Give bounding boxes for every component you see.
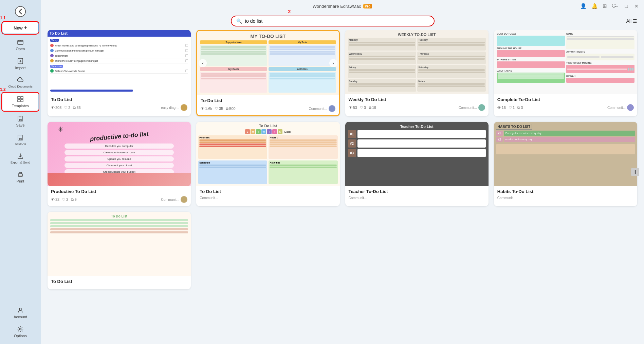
card-thumbnail-teacher: Teacher To-Do List #1 #2 #3 [345, 122, 489, 186]
card-title-teacher: Teacher To-Do List [349, 189, 485, 194]
card-title-colorful: To Do List [200, 189, 336, 194]
productive-item-1: Declutter you computer [65, 144, 174, 149]
card-complete[interactable]: Must Do Today Around the House If There'… [494, 30, 637, 116]
card-title-complete: Complete To-Do List [497, 97, 634, 102]
card-nav-right[interactable]: › [329, 59, 337, 67]
sidebar-item-save[interactable]: Save [2, 112, 39, 130]
filter-button[interactable]: All ☰ [626, 18, 637, 24]
sidebar-item-account[interactable]: Account [2, 304, 39, 322]
teacher-row-2: #2 [348, 139, 486, 148]
search-box: 🔍 [231, 16, 435, 26]
author-my-todo: Communit... [309, 107, 327, 111]
priorities-label: Priorities [199, 136, 266, 139]
card-stats-productive: 👁 32 ♡ 2 ⧉ 9 [51, 197, 77, 202]
svg-point-0 [15, 6, 25, 17]
new-label: New [14, 25, 23, 31]
back-button[interactable] [0, 3, 41, 20]
import-label: Import [15, 66, 25, 70]
card-nav-left[interactable]: ‹ [199, 59, 207, 67]
card-my-todo[interactable]: MY TO-DO LIST Top prior Now [196, 30, 339, 116]
card-stats-my-todo: 👁 1.6k ♡ 35 ⧉ 500 [201, 107, 235, 111]
card-teacher[interactable]: Teacher To-Do List #1 #2 #3 [345, 122, 489, 206]
minimize-button[interactable]: ─ [613, 3, 620, 9]
date-label: Date: [284, 129, 291, 134]
svg-point-13 [20, 328, 21, 330]
scroll-top-button[interactable]: ⬆ [631, 168, 639, 176]
annotation-11: 1.1 [0, 16, 6, 20]
card-colorful[interactable]: To Do List S M T W T F S Date: [196, 122, 339, 206]
grid-icon[interactable]: ⊞ [603, 3, 607, 9]
close-button[interactable]: ✕ [633, 3, 640, 9]
card-thumbnail-habits: HABiTS TO-DO LIST #1 Do regular exercise… [494, 122, 637, 186]
habits-row-1: #1 Do regular exercise every day [496, 131, 635, 136]
day-f: F [272, 129, 277, 134]
sidebar-item-print[interactable]: Print [2, 168, 39, 186]
sidebar-item-templates[interactable]: Templates [2, 93, 39, 111]
day-s1: S [245, 129, 250, 134]
card-productive[interactable]: ✳ productive to-do list Declutter you co… [48, 122, 191, 206]
teacher-line-2 [357, 139, 486, 148]
notes-label: Notes : [270, 136, 336, 139]
templates-grid-container: To Do List Today Finish movies and go sh… [41, 30, 644, 344]
teacher-row-1: #1 [348, 130, 486, 138]
new-button[interactable]: New + [2, 22, 39, 34]
habits-num-1: #1 [496, 131, 503, 136]
filter-menu-icon: ☰ [633, 18, 637, 24]
card-small-todo[interactable]: To Do List To Do List [48, 212, 191, 289]
card-info-complete: Complete To-Do List 👁 16 ♡ 1 ⧉ 3 Communi… [494, 94, 637, 116]
annotation-12: 1.2 [0, 87, 6, 92]
card-meta-productive: 👁 32 ♡ 2 ⧉ 9 Communit... [51, 196, 187, 203]
card-thumbnail-todo: To Do List Today Finish movies and go sh… [48, 30, 191, 94]
day-t2: T [267, 129, 272, 134]
stat-copies: ⧉ 36 [73, 106, 80, 110]
card-meta-colorful: Communit... [200, 196, 336, 200]
card-title-habits: Habits To-Do List [497, 189, 634, 194]
sidebar-item-import[interactable]: Import [2, 55, 39, 73]
card-weekly[interactable]: WEEKLY TO-DO LIST Monday Tuesday Wednesd… [345, 30, 489, 116]
card-info-my-todo: To-Do List 👁 1.6k ♡ 35 ⧉ 500 Communit... [197, 95, 338, 115]
stat-views-my-todo: 👁 1.6k [201, 107, 212, 111]
schedule-label: Schedule [199, 161, 266, 164]
card-meta-habits: Communit... [497, 196, 634, 200]
app-title: Wondershare EdrawMax [313, 4, 361, 9]
maximize-button[interactable]: □ [623, 3, 630, 9]
search-input[interactable] [245, 18, 429, 24]
stat-views: 👁 203 [51, 106, 61, 110]
card-stats-todo: 👁 203 ♡ 2 ⧉ 36 [51, 106, 81, 110]
card-title-my-todo: To-Do List [201, 98, 335, 103]
day-s2: S [278, 129, 282, 134]
card-thumbnail-productive: ✳ productive to-do list Declutter you co… [48, 122, 191, 186]
profile-icon[interactable]: 👤 [580, 3, 587, 9]
teacher-line-1 [357, 130, 486, 138]
card-habits[interactable]: HABiTS TO-DO LIST #1 Do regular exercise… [494, 122, 637, 206]
app-title-area: Wondershare EdrawMax Pro [313, 4, 372, 9]
scroll-top-area: ⬆ [631, 168, 639, 176]
card-thumbnail-complete: Must Do Today Around the House If There'… [494, 30, 637, 94]
teacher-row-3: #3 [348, 149, 486, 157]
avatar-complete [627, 104, 634, 111]
titlebar: Wondershare EdrawMax Pro 👤 🔔 ⊞ 🛡 ─ □ ✕ [41, 0, 644, 12]
colorful-columns: Priorities Notes : [198, 135, 337, 159]
card-todo-list[interactable]: To Do List Today Finish movies and go sh… [48, 30, 191, 116]
day-t: T [256, 129, 261, 134]
sidebar-item-export[interactable]: Export & Send [2, 150, 39, 167]
sidebar-item-cloud[interactable]: Cloud Documents [2, 74, 39, 91]
card-info-weekly: Weekly To Do List 👁 53 ♡ 0 ⧉ 19 Communit… [345, 94, 489, 116]
habits-title-text: HABiTS TO-DO LIST [496, 124, 532, 130]
sidebar-item-options[interactable]: Options [2, 323, 39, 341]
bell-icon[interactable]: 🔔 [591, 3, 598, 9]
productive-item-2: Clean your house or room [65, 150, 174, 155]
teacher-title-text: Teacher To-Do List [400, 125, 434, 129]
card-info-teacher: Teacher To-Do List Communit... [345, 186, 489, 206]
card-title-weekly: Weekly To Do List [349, 97, 485, 102]
main-content: Wondershare EdrawMax Pro 👤 🔔 ⊞ 🛡 ─ □ ✕ 2… [41, 0, 644, 344]
card-info-todo: To Do List 👁 203 ♡ 2 ⧉ 36 easy diagr... [48, 94, 191, 116]
card-thumbnail-colorful: To Do List S M T W T F S Date: [196, 122, 339, 186]
sidebar-item-open[interactable]: Open [2, 36, 39, 54]
open-label: Open [16, 47, 25, 51]
save-as-label: Save As [15, 142, 26, 146]
filter-all-label: All [626, 18, 631, 24]
annotation-2: 2 [288, 9, 291, 14]
sidebar-item-save-as[interactable]: Save As [2, 131, 39, 149]
small-todo-title-text: To Do List [111, 214, 127, 218]
